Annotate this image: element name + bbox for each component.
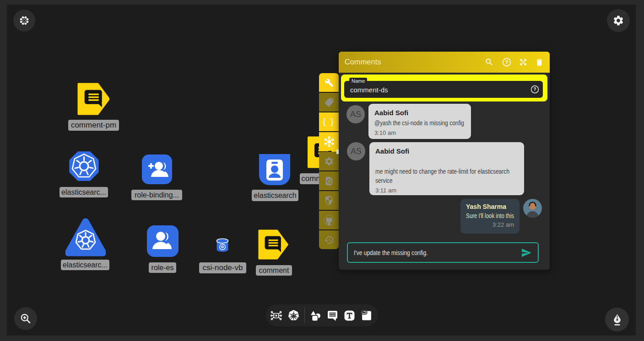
svg-text:?: ? [505, 59, 509, 65]
svg-text:?: ? [533, 87, 536, 92]
